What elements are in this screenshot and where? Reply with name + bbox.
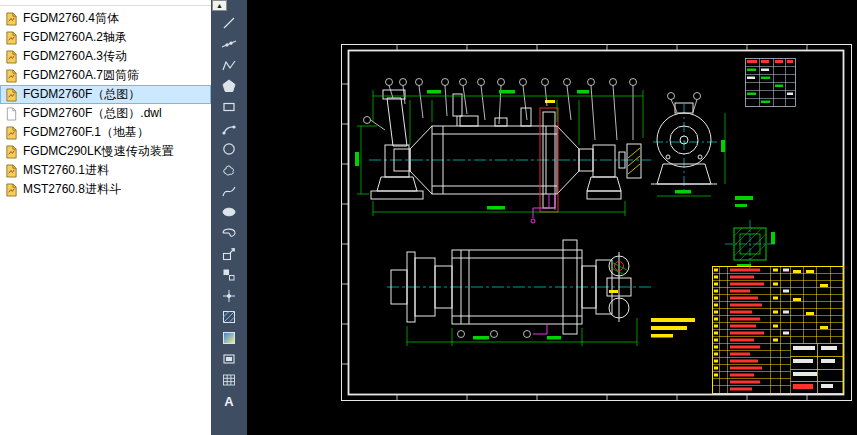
draw-toolbar: ▲	[211, 0, 247, 435]
tool-multiline-text-button[interactable]: A	[220, 392, 238, 410]
front-view-dimensions	[355, 90, 643, 216]
file-label: FGDM2760F（总图）.dwl	[23, 105, 162, 122]
region-icon	[221, 351, 237, 367]
tool-insert-block-button[interactable]	[220, 245, 238, 263]
file-list-item[interactable]: FGDMC290LK慢速传动装置	[0, 142, 211, 161]
tool-rectangle-button[interactable]	[220, 98, 238, 116]
notes-text	[651, 318, 695, 338]
tool-polyline-button[interactable]	[220, 56, 238, 74]
file-list-item[interactable]: MST2760.8进料斗	[0, 180, 211, 199]
callout-balloons	[364, 79, 637, 141]
tool-table-button[interactable]	[220, 371, 238, 389]
ellipse-arc-icon	[221, 225, 237, 241]
file-label: FGDM2760F.1（地基）	[23, 124, 149, 141]
tool-gradient-button[interactable]	[220, 329, 238, 347]
parameter-table	[746, 59, 796, 107]
tool-arc-button[interactable]	[220, 119, 238, 137]
file-label: MST2760.8进料斗	[23, 181, 121, 198]
rectangle-icon	[221, 99, 237, 115]
drawing-canvas[interactable]	[247, 0, 857, 435]
tool-ellipse-arc-button[interactable]	[220, 224, 238, 242]
tool-construction-line-button[interactable]	[220, 35, 238, 53]
end-view	[651, 93, 725, 197]
sheet-frame	[342, 45, 852, 401]
file-label: FGDMC290LK慢速传动装置	[23, 143, 174, 160]
file-label: FGDM2760F（总图）	[23, 86, 140, 103]
tool-line-button[interactable]	[220, 14, 238, 32]
file-list-item[interactable]: FGDM2760A.7圆筒筛	[0, 66, 211, 85]
tool-polygon-button[interactable]	[220, 77, 238, 95]
file-label: FGDM2760A.2轴承	[23, 29, 127, 46]
table-icon	[221, 372, 237, 388]
hatch-icon	[221, 309, 237, 325]
dwg-file-icon	[5, 183, 18, 197]
detail-view	[725, 196, 777, 270]
file-list-item[interactable]: MST2760.1进料	[0, 161, 211, 180]
file-label: FGDM2760A.3传动	[23, 48, 127, 65]
circle-icon	[221, 141, 237, 157]
tool-hatch-button[interactable]	[220, 308, 238, 326]
arc-icon	[221, 120, 237, 136]
tool-revision-cloud-button[interactable]	[220, 161, 238, 179]
file-list-item-selected[interactable]: FGDM2760F（总图）	[0, 85, 211, 104]
drawing-sheet-svg	[247, 0, 857, 435]
tool-point-button[interactable]	[220, 287, 238, 305]
make-block-icon	[221, 267, 237, 283]
point-icon	[221, 288, 237, 304]
file-list-item[interactable]: FGDM2760F（总图）.dwl	[0, 104, 211, 123]
revision-cloud-icon	[221, 162, 237, 178]
gradient-icon	[221, 330, 237, 346]
dwg-file-icon	[5, 31, 18, 45]
polygon-icon	[221, 78, 237, 94]
dwg-file-icon	[5, 50, 18, 64]
tool-circle-button[interactable]	[220, 140, 238, 158]
insert-block-icon	[221, 246, 237, 262]
draw-toolbar-buttons: A	[211, 14, 247, 410]
file-list-item[interactable]: FGDM2760F.1（地基）	[0, 123, 211, 142]
bom-title-block	[713, 267, 844, 394]
plan-view	[387, 240, 651, 346]
tool-spline-button[interactable]	[220, 182, 238, 200]
file-list-item[interactable]: FGDM2760.4筒体	[0, 9, 211, 28]
dwg-file-icon	[5, 12, 18, 26]
cad-application-window: FGDM2760.4筒体 FGDM2760A.2轴承 FGDM2760A.3传动…	[0, 0, 857, 435]
file-label: FGDM2760A.7圆筒筛	[23, 67, 139, 84]
construction-line-icon	[221, 36, 237, 52]
dwg-file-icon	[5, 88, 18, 102]
dwg-file-icon	[5, 126, 18, 140]
tool-ellipse-button[interactable]	[220, 203, 238, 221]
toolbar-scroll-up-button[interactable]: ▲	[212, 0, 227, 11]
svg-text:A: A	[224, 394, 234, 409]
file-label: MST2760.1进料	[23, 162, 109, 179]
dwg-file-icon	[5, 69, 18, 83]
multiline-text-icon: A	[221, 393, 237, 409]
file-label: FGDM2760.4筒体	[23, 10, 119, 27]
dwl-file-icon	[5, 107, 18, 121]
front-elevation-view	[355, 79, 651, 224]
title-block-text	[783, 269, 837, 389]
line-icon	[221, 15, 237, 31]
spline-icon	[221, 183, 237, 199]
dwg-file-icon	[5, 164, 18, 178]
ellipse-icon	[221, 204, 237, 220]
polyline-icon	[221, 57, 237, 73]
file-list-item[interactable]: FGDM2760A.3传动	[0, 47, 211, 66]
panel-divider	[0, 5, 211, 6]
dwg-file-icon	[5, 145, 18, 159]
tool-make-block-button[interactable]	[220, 266, 238, 284]
file-list-item[interactable]: FGDM2760A.2轴承	[0, 28, 211, 47]
tool-region-button[interactable]	[220, 350, 238, 368]
file-list-panel: FGDM2760.4筒体 FGDM2760A.2轴承 FGDM2760A.3传动…	[0, 0, 211, 435]
